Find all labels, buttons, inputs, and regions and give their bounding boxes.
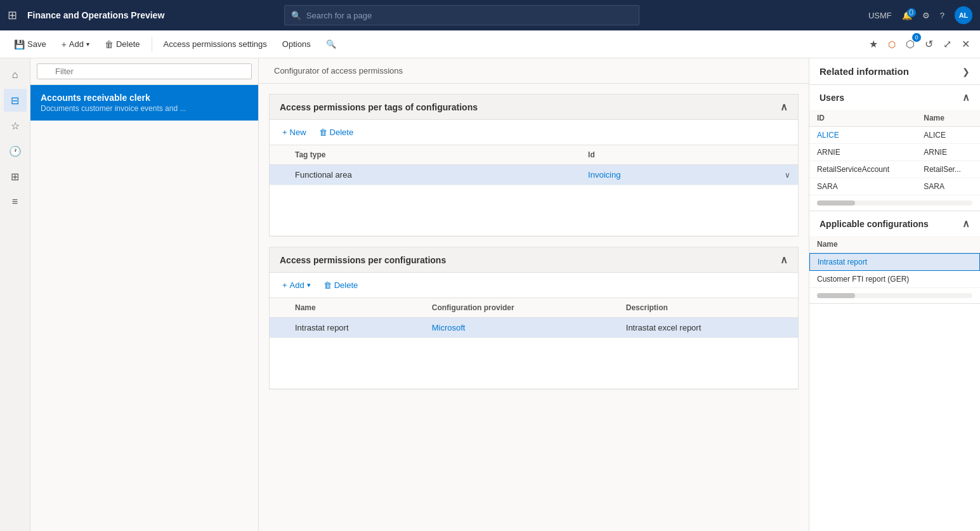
users-table: ID Name ALICE ALICE ARNIE ARNIE RetailSe… bbox=[809, 110, 980, 195]
section-configs-toggle[interactable]: ∧ bbox=[780, 254, 788, 266]
list-item-title: Accounts receivable clerk bbox=[41, 93, 248, 103]
table-row[interactable]: Functional area Invoicing ∨ bbox=[270, 165, 798, 185]
configs-col-check bbox=[270, 298, 287, 318]
user-id-sara: SARA bbox=[809, 178, 916, 195]
right-panel-header: Related information ❯ bbox=[809, 58, 980, 85]
options-button[interactable]: Options bbox=[276, 37, 317, 51]
tags-new-button[interactable]: + New bbox=[277, 125, 311, 140]
config-provider-link[interactable]: Microsoft bbox=[432, 323, 466, 332]
office-icon[interactable]: ⬡ bbox=[885, 37, 898, 52]
save-icon: 💾 bbox=[14, 39, 25, 49]
section-tags-toggle[interactable]: ∧ bbox=[780, 101, 788, 113]
sidebar-grid-icon[interactable]: ⊞ bbox=[4, 165, 27, 188]
tags-table: Tag type Id Functional area Invoicing ∨ bbox=[270, 145, 798, 236]
configs-add-icon: + bbox=[282, 280, 287, 290]
filter-input[interactable] bbox=[37, 63, 252, 79]
search-input[interactable] bbox=[306, 11, 632, 20]
favorite-icon[interactable]: ★ bbox=[866, 36, 880, 53]
user-name-alice: ALICE bbox=[916, 127, 980, 144]
tags-col-id: Id bbox=[580, 145, 798, 165]
tag-type-cell: Functional area bbox=[287, 165, 580, 185]
right-panel-expand-icon[interactable]: ❯ bbox=[962, 67, 970, 77]
users-col-name: Name bbox=[916, 110, 980, 127]
users-scrollbar-thumb bbox=[817, 200, 855, 206]
list-item[interactable]: Accounts receivable clerk Documents cust… bbox=[30, 85, 258, 121]
configurations-toggle-icon[interactable]: ∧ bbox=[962, 218, 970, 230]
sidebar-icons: ⌂ ⊟ ☆ 🕐 ⊞ ≡ bbox=[0, 58, 30, 531]
user-name-retail: RetailSer... bbox=[916, 161, 980, 178]
apps-grid-icon[interactable]: ⊞ bbox=[8, 8, 17, 22]
sidebar-home-icon[interactable]: ⌂ bbox=[4, 63, 27, 86]
command-bar: 💾 Save + Add ▾ 🗑 Delete Access permissio… bbox=[0, 30, 980, 58]
sidebar-list-icon[interactable]: ≡ bbox=[4, 190, 27, 213]
users-toggle-icon[interactable]: ∧ bbox=[962, 91, 970, 103]
empty-row bbox=[270, 185, 798, 236]
access-permissions-button[interactable]: Access permissions settings bbox=[157, 37, 273, 51]
cmd-search-button[interactable]: 🔍 bbox=[320, 37, 343, 51]
configurations-title: Applicable configurations bbox=[820, 219, 929, 229]
left-panel: 🔍 Accounts receivable clerk Documents cu… bbox=[30, 58, 259, 531]
right-panel: Related information ❯ Users ∧ ID Name AL… bbox=[809, 58, 980, 531]
search-bar[interactable]: 🔍 bbox=[284, 5, 639, 25]
users-col-id: ID bbox=[809, 110, 916, 127]
configs-delete-button[interactable]: 🗑 Delete bbox=[318, 278, 363, 292]
task-badge[interactable]: ⬡ 0 bbox=[903, 36, 917, 53]
configs-table: Name Configuration provider Description … bbox=[270, 298, 798, 389]
tags-delete-button[interactable]: 🗑 Delete bbox=[314, 125, 359, 140]
sidebar-filter-icon[interactable]: ⊟ bbox=[4, 89, 27, 112]
configurations-section-header[interactable]: Applicable configurations ∧ bbox=[809, 211, 980, 236]
tags-col-check bbox=[270, 145, 287, 165]
close-icon[interactable]: ✕ bbox=[959, 36, 972, 53]
bell-icon[interactable]: 🔔 0 bbox=[902, 11, 912, 20]
gear-icon[interactable]: ⚙ bbox=[922, 11, 930, 20]
config-name-cell: Intrastat report bbox=[287, 318, 424, 338]
table-row[interactable]: ALICE ALICE bbox=[809, 127, 980, 144]
config-provider-cell: Microsoft bbox=[424, 318, 618, 338]
tag-id-cell: Invoicing ∨ bbox=[580, 165, 798, 185]
table-row[interactable]: Intrastat report Microsoft Intrastat exc… bbox=[270, 318, 798, 338]
config-item-intrastat[interactable]: Intrastat report bbox=[809, 253, 980, 271]
app-title: Finance and Operations Preview bbox=[27, 10, 164, 20]
refresh-icon[interactable]: ↺ bbox=[922, 36, 936, 53]
configs-scrollbar-track[interactable] bbox=[817, 293, 972, 298]
configs-add-dropdown-icon[interactable]: ▾ bbox=[307, 281, 311, 289]
cmd-search-icon: 🔍 bbox=[326, 39, 336, 49]
user-id-arnie: ARNIE bbox=[809, 144, 916, 161]
users-scrollbar-track[interactable] bbox=[817, 200, 972, 206]
top-bar: ⊞ Finance and Operations Preview 🔍 USMF … bbox=[0, 0, 980, 30]
user-id-alice[interactable]: ALICE bbox=[809, 127, 916, 144]
configs-col-description: Description bbox=[618, 298, 798, 318]
search-icon: 🔍 bbox=[291, 11, 301, 20]
section-configs-actions: + Add ▾ 🗑 Delete bbox=[270, 273, 798, 298]
help-icon[interactable]: ? bbox=[940, 11, 944, 20]
add-icon: + bbox=[62, 39, 67, 49]
center-content: Configurator of access permissions Acces… bbox=[259, 58, 809, 531]
filter-area: 🔍 bbox=[30, 58, 258, 85]
row-check bbox=[270, 318, 287, 338]
table-row[interactable]: ARNIE ARNIE bbox=[809, 144, 980, 161]
user-id-retail: RetailServiceAccount bbox=[809, 161, 916, 178]
section-configs: Access permissions per configurations ∧ … bbox=[269, 247, 799, 390]
sidebar-star-icon[interactable]: ☆ bbox=[4, 114, 27, 137]
task-count: 0 bbox=[912, 33, 921, 42]
table-row[interactable]: SARA SARA bbox=[809, 178, 980, 195]
dropdown-chevron-icon[interactable]: ∨ bbox=[785, 171, 790, 180]
config-item-customer-fti[interactable]: Customer FTI report (GER) bbox=[809, 271, 980, 288]
expand-icon[interactable]: ⤢ bbox=[941, 36, 954, 53]
table-row[interactable]: RetailServiceAccount RetailSer... bbox=[809, 161, 980, 178]
main-layout: ⌂ ⊟ ☆ 🕐 ⊞ ≡ 🔍 Accounts receivable clerk … bbox=[0, 58, 980, 531]
users-section-header[interactable]: Users ∧ bbox=[809, 85, 980, 110]
save-button[interactable]: 💾 Save bbox=[8, 37, 53, 52]
add-button[interactable]: + Add ▾ bbox=[55, 37, 96, 52]
add-dropdown-icon: ▾ bbox=[86, 41, 89, 48]
tags-delete-icon: 🗑 bbox=[319, 128, 327, 137]
avatar[interactable]: AL bbox=[955, 6, 972, 24]
tag-id-link[interactable]: Invoicing bbox=[588, 170, 620, 180]
section-tags-actions: + New 🗑 Delete bbox=[270, 120, 798, 145]
delete-button[interactable]: 🗑 Delete bbox=[98, 37, 147, 52]
users-title: Users bbox=[820, 93, 844, 103]
content-header: Configurator of access permissions bbox=[259, 58, 809, 84]
delete-icon: 🗑 bbox=[105, 39, 114, 49]
sidebar-clock-icon[interactable]: 🕐 bbox=[4, 140, 27, 162]
configs-add-button[interactable]: + Add ▾ bbox=[277, 278, 316, 292]
